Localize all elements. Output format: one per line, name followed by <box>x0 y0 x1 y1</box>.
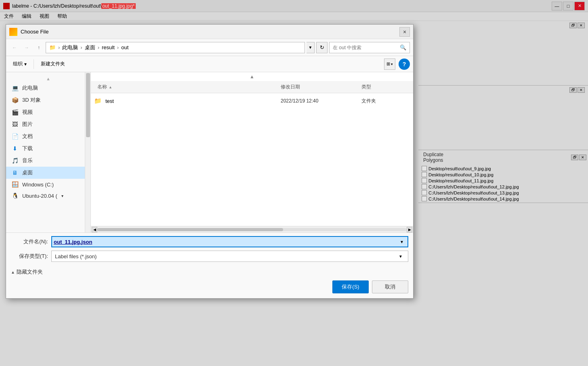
view-dropdown-icon: ▾ <box>391 62 393 66</box>
document-icon: 📄 <box>11 133 19 140</box>
file-row-test[interactable]: 📁 test 2022/12/19 12:40 文件夹 <box>91 95 413 107</box>
sidebar-scrollbar[interactable] <box>85 72 90 232</box>
download-icon: ⬇ <box>11 145 19 152</box>
back-button[interactable]: ← <box>9 42 20 53</box>
cancel-button[interactable]: 取消 <box>372 280 408 293</box>
column-sort-up: ▲ <box>91 72 413 81</box>
organize-button[interactable]: 组织 ▾ <box>9 59 30 69</box>
sidebar-label-3d: 3D 对象 <box>22 96 41 104</box>
search-input[interactable] <box>333 45 398 50</box>
organize-dropdown-icon: ▾ <box>24 61 27 67</box>
path-part-1[interactable]: 桌面 <box>85 44 95 51</box>
sidebar-scrollbar-thumb <box>86 73 90 137</box>
col-header-name[interactable]: 名称 ▲ <box>94 84 281 90</box>
sort-arrow-name: ▲ <box>109 85 112 89</box>
filename-row: 文件名(N): ▼ <box>11 236 408 247</box>
sidebar-item-computer[interactable]: 💻 此电脑 <box>6 82 90 94</box>
path-part-0[interactable]: 此电脑 <box>62 44 78 51</box>
address-dropdown[interactable]: ▼ <box>307 42 315 53</box>
organize-label: 组织 <box>13 61 23 67</box>
path-part-3[interactable]: out <box>121 44 128 50</box>
forward-button[interactable]: → <box>21 42 32 53</box>
dialog-content: ▲ 💻 此电脑 📦 3D 对象 🎬 视频 🖼 图片 <box>6 72 413 232</box>
filename-input[interactable] <box>54 239 398 245</box>
sidebar-label-picture: 图片 <box>22 121 33 128</box>
filetype-input-wrapper: Label files (*.json) ▼ <box>51 251 408 262</box>
h-scrollbar-thumb <box>97 228 283 231</box>
column-headers: 名称 ▲ 修改日期 类型 <box>91 81 413 93</box>
file-list-area: ▲ 名称 ▲ 修改日期 类型 � <box>91 72 413 232</box>
path-separator-3: › <box>98 44 99 50</box>
scroll-up-indicator: ▲ <box>6 75 90 82</box>
video-icon: 🎬 <box>11 109 19 115</box>
dialog-title-icon <box>9 28 17 36</box>
toggle-icon: ▲ <box>11 270 15 274</box>
search-icon: 🔍 <box>400 44 406 50</box>
up-button[interactable]: ↑ <box>34 42 44 53</box>
sidebar-label-ubuntu: Ubuntu-20.04 ( <box>22 193 57 199</box>
new-folder-label: 新建文件夹 <box>41 61 65 67</box>
address-bar: ← → ↑ 📁 › 此电脑 › 桌面 › result › out ▼ ↻ 🔍 <box>6 39 413 56</box>
sidebar-item-windows[interactable]: 🪟 Windows (C:) <box>6 179 90 190</box>
file-dialog: Choose File × ← → ↑ 📁 › 此电脑 › 桌面 › resul… <box>6 24 414 299</box>
scroll-left-button[interactable]: ◀ <box>92 227 97 232</box>
sidebar-item-video[interactable]: 🎬 视频 <box>6 106 90 118</box>
scroll-right-button[interactable]: ▶ <box>407 227 412 232</box>
dialog-title-text: Choose File <box>21 29 399 35</box>
view-button[interactable]: ⊞ ▾ <box>384 59 395 70</box>
dialog-overlay: Choose File × ← → ↑ 📁 › 此电脑 › 桌面 › resul… <box>0 0 588 366</box>
col-header-type[interactable]: 类型 <box>361 84 410 90</box>
new-folder-button[interactable]: 新建文件夹 <box>37 59 69 69</box>
col-header-date[interactable]: 修改日期 <box>281 84 361 90</box>
sidebar-label-computer: 此电脑 <box>22 84 38 92</box>
ubuntu-icon: 🐧 <box>11 192 19 199</box>
save-button[interactable]: 保存(S) <box>332 280 369 293</box>
path-part-2[interactable]: result <box>102 44 115 50</box>
refresh-button[interactable]: ↻ <box>316 42 328 53</box>
3d-icon: 📦 <box>11 97 19 103</box>
hidden-folder-row: ▲ 隐藏文件夹 <box>6 265 413 277</box>
address-path: 📁 › 此电脑 › 桌面 › result › out <box>46 42 305 53</box>
dialog-titlebar: Choose File × <box>6 25 413 39</box>
sidebar-item-document[interactable]: 📄 文档 <box>6 130 90 142</box>
file-name-test: test <box>105 98 281 104</box>
filetype-label: 保存类型(T): <box>11 253 51 260</box>
file-type-test: 文件夹 <box>361 98 410 105</box>
filename-label: 文件名(N): <box>11 238 51 245</box>
sidebar-label-desktop: 桌面 <box>22 169 33 176</box>
sidebar-item-3d[interactable]: 📦 3D 对象 <box>6 94 90 106</box>
dialog-bottom: 文件名(N): ▼ 保存类型(T): Label files (*.json) … <box>6 232 413 265</box>
music-icon: 🎵 <box>11 157 19 164</box>
sidebar-label-video: 视频 <box>22 109 33 116</box>
ubuntu-expand-icon: ▾ <box>61 194 63 198</box>
sidebar-item-download[interactable]: ⬇ 下载 <box>6 142 90 155</box>
path-separator-1: › <box>58 44 60 50</box>
sidebar-label-download: 下载 <box>22 145 33 152</box>
sidebar-item-ubuntu[interactable]: 🐧 Ubuntu-20.04 ( ▾ <box>6 190 90 201</box>
sidebar-item-desktop[interactable]: 🖥 桌面 <box>6 167 90 179</box>
computer-icon: 💻 <box>11 85 19 91</box>
sidebar-label-music: 音乐 <box>22 157 33 164</box>
help-button[interactable]: ? <box>399 59 410 70</box>
sidebar-item-music[interactable]: 🎵 音乐 <box>6 155 90 167</box>
filename-dropdown[interactable]: ▼ <box>398 240 406 244</box>
h-scrollbar-track <box>97 228 407 231</box>
hidden-folder-label: 隐藏文件夹 <box>17 268 43 276</box>
search-box: 🔍 <box>329 42 410 53</box>
path-separator-2: › <box>80 44 82 50</box>
filename-input-wrapper: ▼ <box>51 236 408 247</box>
file-items: 📁 test 2022/12/19 12:40 文件夹 <box>91 93 413 226</box>
sidebar-item-picture[interactable]: 🖼 图片 <box>6 118 90 130</box>
sidebar: ▲ 💻 此电脑 📦 3D 对象 🎬 视频 🖼 图片 <box>6 72 91 232</box>
file-date-test: 2022/12/19 12:40 <box>281 98 361 104</box>
dialog-close-button[interactable]: × <box>399 27 410 37</box>
filetype-text: Label files (*.json) <box>55 253 397 259</box>
filetype-dropdown[interactable]: ▼ <box>397 254 405 259</box>
desktop-icon: 🖥 <box>11 169 19 176</box>
action-buttons: 保存(S) 取消 <box>6 277 413 298</box>
toolbar: 组织 ▾ 新建文件夹 ⊞ ▾ ? <box>6 56 413 72</box>
filetype-row: 保存类型(T): Label files (*.json) ▼ <box>11 251 408 262</box>
folder-icon-test: 📁 <box>94 97 102 105</box>
sidebar-label-windows: Windows (C:) <box>22 182 54 188</box>
h-scrollbar: ◀ ▶ <box>91 226 413 232</box>
